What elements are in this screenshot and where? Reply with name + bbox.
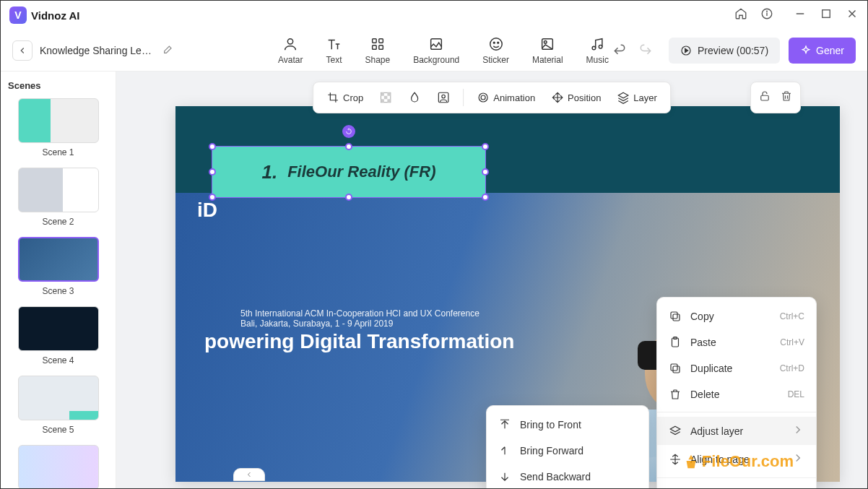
svg-rect-33 [673, 314, 680, 321]
rotate-handle[interactable] [342, 125, 355, 138]
preview-button[interactable]: Preview (00:57) [669, 38, 780, 64]
ctx-adjust-layer[interactable]: Adjust layer [657, 417, 816, 445]
sidebar-title: Scenes [8, 80, 108, 91]
tool-background[interactable]: Background [413, 36, 459, 65]
resize-handle[interactable] [345, 143, 352, 150]
resize-handle[interactable] [482, 194, 489, 201]
bg-logo: iD [197, 199, 217, 222]
svg-rect-11 [379, 45, 383, 49]
selection-text: FileOur Reality (FR) [287, 163, 435, 181]
layer-label: Layer [633, 92, 657, 103]
back-button[interactable] [12, 40, 32, 61]
redo-icon[interactable] [638, 42, 653, 59]
svg-point-30 [479, 93, 487, 102]
svg-rect-4 [823, 10, 830, 18]
tool-material[interactable]: Material [532, 36, 563, 65]
maximize-icon[interactable] [820, 7, 833, 23]
svg-point-17 [544, 40, 547, 43]
project-name: Knowledge Sharing Lectu... [40, 45, 155, 56]
scene-item-2[interactable]: Scene 2 [8, 168, 108, 227]
position-button[interactable]: Position [545, 88, 607, 107]
ctx-label: Delete [690, 389, 719, 400]
edit-name-icon[interactable] [162, 43, 174, 58]
svg-rect-26 [381, 99, 385, 103]
scene-label: Scene 1 [8, 147, 108, 157]
watermark: FileOur.com [683, 452, 794, 471]
selected-text-element[interactable]: 1. FileOur Reality (FR) [212, 146, 486, 198]
resize-handle[interactable] [345, 194, 352, 201]
animation-label: Animation [493, 92, 535, 103]
ctx-bring-front[interactable]: Bring to Front [487, 412, 648, 438]
chevron-right-icon [791, 423, 804, 438]
svg-point-2 [767, 11, 768, 12]
resize-handle[interactable] [209, 168, 216, 176]
element-toolbar: Crop Animation Position Layer [313, 82, 671, 113]
tool-sticker[interactable]: Sticker [482, 36, 509, 65]
crop-label: Crop [343, 92, 363, 103]
tool-avatar[interactable]: Avatar [278, 36, 303, 65]
scene-item-1[interactable]: Scene 1 [8, 98, 108, 157]
minimize-icon[interactable] [794, 7, 807, 23]
scene-label: Scene 4 [8, 355, 108, 365]
svg-rect-10 [372, 45, 376, 49]
svg-point-14 [493, 42, 495, 43]
ctx-set-background[interactable]: Set as Background [657, 482, 816, 489]
scene-item-4[interactable]: Scene 4 [8, 306, 108, 365]
scene-label: Scene 3 [8, 286, 108, 296]
crop-button[interactable]: Crop [321, 88, 369, 107]
ctx-duplicate[interactable]: Duplicate Ctrl+D [657, 355, 816, 381]
toolbar: Avatar Text Shape Background Sticker Mat… [278, 36, 609, 65]
generate-label: Gener [816, 45, 844, 56]
person-filter-icon[interactable] [431, 88, 456, 107]
title-bar: V Vidnoz AI [1, 1, 867, 30]
svg-point-29 [442, 95, 446, 98]
resize-handle[interactable] [482, 168, 489, 176]
collapse-scenes-toggle[interactable] [233, 468, 265, 481]
ctx-paste[interactable]: Paste Ctrl+V [657, 329, 816, 355]
ctx-shortcut: Ctrl+C [780, 311, 804, 321]
tool-music[interactable]: Music [586, 36, 609, 65]
scene-item-3[interactable]: Scene 3 [8, 237, 108, 296]
ctx-send-backward[interactable]: Send Backward [487, 464, 648, 489]
app-name: Vidnoz AI [31, 9, 80, 22]
scene-item-6[interactable]: Scene 6 [8, 445, 108, 488]
logo-icon: V [9, 7, 27, 24]
close-icon[interactable] [846, 7, 859, 23]
resize-handle[interactable] [209, 143, 216, 150]
animation-button[interactable]: Animation [471, 88, 541, 107]
delete-icon[interactable] [780, 90, 793, 105]
generate-button[interactable]: Gener [789, 38, 856, 64]
svg-rect-24 [384, 96, 388, 100]
undo-icon[interactable] [612, 42, 627, 59]
app-logo: V Vidnoz AI [9, 7, 80, 24]
info-icon[interactable] [760, 7, 773, 23]
home-icon[interactable] [734, 7, 747, 23]
ctx-delete[interactable]: Delete DEL [657, 381, 816, 407]
ctx-shortcut: DEL [788, 389, 804, 399]
scene-label: Scene 2 [8, 217, 108, 227]
tool-avatar-label: Avatar [278, 55, 303, 65]
resize-handle[interactable] [209, 194, 216, 201]
position-label: Position [568, 92, 601, 103]
scenes-sidebar: Scenes Scene 1 Scene 2 Scene 3 Scene 4 S… [1, 72, 116, 488]
svg-rect-9 [379, 38, 383, 43]
context-submenu: Bring to Front Bring Forward Send Backwa… [486, 405, 649, 489]
ctx-bring-forward[interactable]: Bring Forward [487, 438, 648, 464]
scene-item-5[interactable]: Scene 5 [8, 376, 108, 435]
svg-rect-37 [673, 366, 680, 373]
tool-shape[interactable]: Shape [365, 36, 390, 65]
unlock-icon[interactable] [758, 90, 771, 105]
ctx-label: Bring to Front [520, 419, 581, 430]
ctx-copy[interactable]: Copy Ctrl+C [657, 303, 816, 329]
ctx-label: Paste [690, 337, 716, 348]
resize-handle[interactable] [482, 143, 489, 150]
header: Knowledge Sharing Lectu... Avatar Text S… [1, 30, 867, 72]
svg-rect-27 [388, 99, 391, 103]
tool-text[interactable]: Text [326, 36, 342, 65]
ctx-label: Duplicate [690, 363, 732, 374]
transparency-icon[interactable] [373, 88, 398, 107]
color-drop-icon[interactable] [402, 88, 427, 107]
layer-button[interactable]: Layer [611, 88, 663, 107]
selection-number: 1. [261, 161, 277, 183]
ctx-label: Bring Forward [520, 445, 583, 456]
